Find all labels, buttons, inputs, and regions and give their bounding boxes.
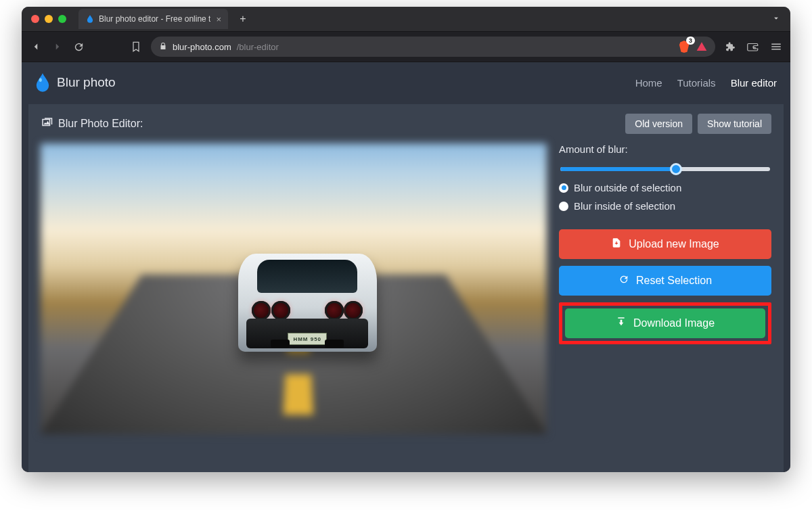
drop-icon bbox=[35, 73, 50, 92]
slider-thumb[interactable] bbox=[670, 163, 682, 175]
browser-window: Blur photo editor - Free online t × + bl… bbox=[22, 7, 790, 472]
drop-icon bbox=[85, 14, 95, 24]
tab-title: Blur photo editor - Free online t bbox=[99, 14, 210, 24]
warning-triangle-icon[interactable] bbox=[696, 41, 707, 52]
upload-image-button[interactable]: Upload new Image bbox=[559, 229, 771, 259]
images-icon bbox=[41, 116, 53, 131]
old-version-button[interactable]: Old version bbox=[625, 114, 692, 134]
upload-file-icon bbox=[611, 237, 622, 251]
url-bar[interactable]: blur-photo.com/blur-editor 3 bbox=[151, 37, 715, 57]
amount-of-blur-label: Amount of blur: bbox=[559, 143, 771, 155]
car-subject: HMM 950 bbox=[238, 254, 377, 352]
new-tab-button[interactable]: + bbox=[235, 11, 251, 27]
page-body: Blur Photo Editor: Old version Show tuto… bbox=[28, 104, 784, 472]
close-tab-icon[interactable]: × bbox=[216, 14, 221, 24]
nav-home[interactable]: Home bbox=[635, 77, 662, 89]
back-icon[interactable] bbox=[30, 41, 42, 53]
radio-inside-label: Blur inside of selection bbox=[574, 200, 675, 212]
controls-sidebar: Amount of blur: Blur outside of selectio… bbox=[559, 143, 771, 434]
wallet-icon[interactable] bbox=[747, 41, 759, 53]
show-tutorial-button[interactable]: Show tutorial bbox=[698, 114, 771, 134]
url-path: /blur-editor bbox=[237, 42, 279, 52]
radio-blur-outside[interactable]: Blur outside of selection bbox=[559, 182, 771, 193]
license-plate: HMM 950 bbox=[288, 333, 327, 345]
reload-icon[interactable] bbox=[73, 41, 85, 53]
reset-label: Reset Selection bbox=[636, 275, 712, 287]
window-controls bbox=[31, 15, 66, 23]
url-domain: blur-photo.com bbox=[173, 42, 231, 52]
nav-blur-editor[interactable]: Blur editor bbox=[731, 77, 777, 89]
brave-shield-icon[interactable]: 3 bbox=[679, 41, 690, 53]
reset-selection-button[interactable]: Reset Selection bbox=[559, 266, 771, 296]
radio-outside-label: Blur outside of selection bbox=[574, 182, 681, 193]
toolbar-right bbox=[725, 41, 782, 53]
forward-icon[interactable] bbox=[51, 41, 64, 53]
blur-amount-slider[interactable] bbox=[560, 167, 770, 171]
site-nav: Home Tutorials Blur editor bbox=[635, 77, 777, 89]
window-menu-chevron-icon[interactable] bbox=[771, 14, 781, 25]
bookmark-icon[interactable] bbox=[131, 41, 141, 52]
download-image-button[interactable]: Download Image bbox=[565, 308, 765, 338]
nav-tutorials[interactable]: Tutorials bbox=[677, 77, 716, 89]
extensions-icon[interactable] bbox=[725, 41, 736, 53]
svg-point-0 bbox=[39, 78, 42, 83]
close-window-button[interactable] bbox=[31, 15, 39, 23]
radio-dot-icon bbox=[559, 202, 568, 211]
page-content: Blur photo Home Tutorials Blur editor Bl… bbox=[22, 62, 790, 472]
editor-title: Blur Photo Editor: bbox=[58, 118, 143, 130]
site-header: Blur photo Home Tutorials Blur editor bbox=[22, 62, 790, 103]
minimize-window-button[interactable] bbox=[45, 15, 53, 23]
editor-main: HMM 950 Amount of blur: bbox=[41, 143, 771, 434]
maximize-window-button[interactable] bbox=[58, 15, 66, 23]
radio-dot-icon bbox=[559, 183, 568, 193]
titlebar: Blur photo editor - Free online t × + bbox=[22, 7, 790, 31]
download-label: Download Image bbox=[633, 317, 715, 329]
browser-toolbar: blur-photo.com/blur-editor 3 bbox=[22, 31, 790, 62]
radio-blur-inside[interactable]: Blur inside of selection bbox=[559, 200, 771, 212]
brand-name: Blur photo bbox=[57, 75, 116, 90]
menu-icon[interactable] bbox=[770, 41, 782, 53]
shield-count: 3 bbox=[686, 37, 695, 45]
refresh-icon bbox=[618, 274, 629, 287]
editor-panel: Blur Photo Editor: Old version Show tuto… bbox=[28, 104, 784, 472]
annotation-highlight: Download Image bbox=[559, 302, 771, 344]
upload-label: Upload new Image bbox=[629, 238, 719, 250]
download-icon bbox=[616, 317, 627, 330]
lock-icon bbox=[159, 42, 167, 52]
editor-topbar: Blur Photo Editor: Old version Show tuto… bbox=[41, 114, 771, 134]
image-canvas[interactable]: HMM 950 bbox=[41, 143, 547, 434]
browser-tab[interactable]: Blur photo editor - Free online t × bbox=[78, 9, 228, 29]
